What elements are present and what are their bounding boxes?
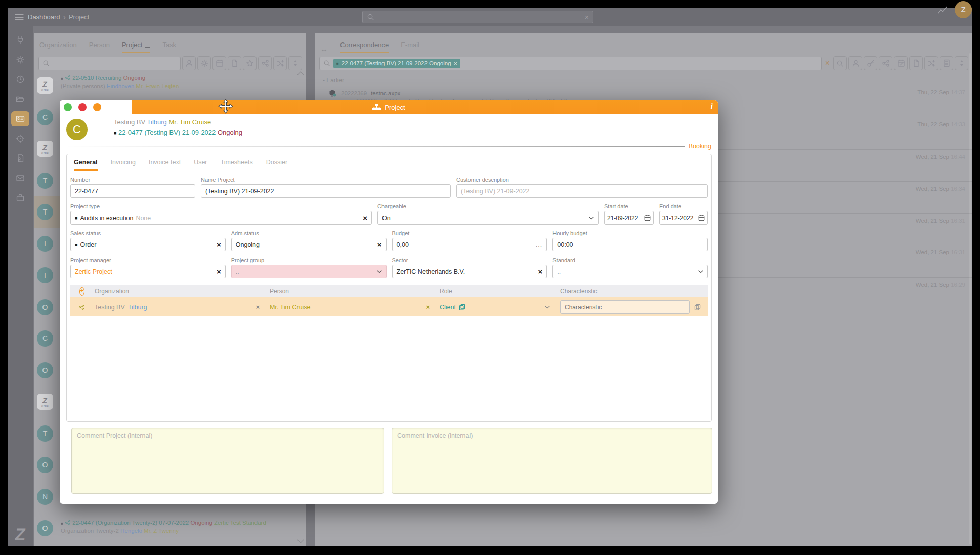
sector-field[interactable]: ZerTIC Netherlands B.V. × [392,265,547,278]
add-row-button[interactable]: + [79,287,84,296]
clear-icon[interactable]: × [363,214,367,222]
project-search-input[interactable] [38,57,181,70]
sales-status-field[interactable]: ■ Order × [70,238,226,251]
share-button[interactable] [258,56,272,70]
key-button[interactable] [864,56,877,70]
scrollbar[interactable] [969,53,971,544]
tab-user[interactable]: User [194,159,207,171]
customer-description-input[interactable] [461,188,703,195]
number-field[interactable] [70,184,195,198]
list-item[interactable]: Zertic ■ 22-0510 Recruiting Ongoing (Pri… [34,70,306,102]
user-avatar[interactable]: Z [955,1,972,18]
person-button[interactable] [848,56,862,70]
scroll-down-icon[interactable] [297,539,304,543]
tab-project[interactable]: Project [122,41,150,53]
shuffle-button[interactable] [273,56,287,70]
breadcrumb-dashboard[interactable]: Dashboard [28,13,60,21]
section-label-earlier[interactable]: - Earlier [323,77,344,84]
tab-email[interactable]: E-mail [401,41,419,53]
clear-search-icon[interactable]: × [585,13,589,21]
name-project-input[interactable] [205,188,446,195]
calendar-icon[interactable] [644,215,651,221]
dialog-titlebar[interactable]: Project i [60,100,718,114]
hourly-budget-field[interactable] [552,238,708,251]
standard-select[interactable]: .. [552,265,708,278]
clear-icon[interactable]: × [217,267,221,276]
sidebar-folder-icon[interactable] [11,92,29,107]
tab-correspondence[interactable]: Correspondence [340,41,389,53]
calendar-button[interactable] [212,56,226,70]
start-date-field[interactable]: 21-09-2022 [604,211,654,225]
search-button[interactable] [833,56,847,70]
person-button[interactable] [182,56,196,70]
sidebar-settings-icon[interactable] [11,52,29,67]
customer-description-field[interactable] [456,184,708,198]
budget-field[interactable]: 0,00 ... [392,238,547,251]
comment-invoice-textarea[interactable] [392,428,712,494]
avatar: C [37,109,53,125]
clear-icon[interactable]: × [255,303,260,311]
booking-link[interactable]: Booking [689,143,711,150]
calendar-icon[interactable] [698,215,705,221]
menu-icon[interactable] [15,14,24,21]
name-project-label: Name Project [201,177,451,183]
sidebar-certificate-icon[interactable] [11,151,29,166]
clear-icon[interactable]: × [538,267,542,276]
sidebar-briefcase-icon[interactable] [11,190,29,205]
project-manager-field[interactable]: Zertic Project × [70,265,226,278]
remove-chip-icon[interactable]: × [454,60,458,67]
chargeable-select[interactable]: On [377,211,599,225]
document-text-button[interactable] [940,56,953,70]
table-row[interactable]: Testing BV Tilburg × Mr. Tim Cruise × Cl… [70,297,708,316]
project-type-field[interactable]: ■ Audits in execution None × [70,211,372,225]
info-icon[interactable]: i [711,102,713,111]
document-button[interactable] [909,56,923,70]
end-date-field[interactable]: 31-12-2022 [659,211,708,225]
clear-filter-icon[interactable]: × [825,59,830,68]
tab-invoice-text[interactable]: Invoice text [149,159,181,171]
more-button[interactable]: ... [536,241,542,248]
hourly-budget-input[interactable] [557,241,703,248]
list-item[interactable]: O ■ 22-0447 (Organization Twenty-2) 07-0… [34,513,306,544]
tab-task[interactable]: Task [162,41,176,53]
tab-timesheets[interactable]: Timesheets [221,159,253,171]
chart-icon[interactable] [938,5,948,14]
tab-general[interactable]: General [74,159,98,171]
chevron-down-icon[interactable] [545,306,550,309]
tab-dossier[interactable]: Dossier [266,159,287,171]
shuffle-button[interactable] [924,56,938,70]
comment-project-textarea[interactable] [71,428,384,494]
breadcrumb-project[interactable]: Project [69,13,89,21]
share-button[interactable] [879,56,892,70]
tab-invoicing[interactable]: Invoicing [111,159,136,171]
star-button[interactable] [243,56,257,70]
filter-chip[interactable]: ■ 22-0477 (Testing BV) 21-09-2022 Ongoin… [333,59,460,68]
settings-button[interactable] [197,56,211,70]
zertic-logo-avatar: Zertic [37,394,53,410]
sidebar-history-icon[interactable] [11,72,29,87]
expand-horizontal-icon[interactable]: ↔ [320,45,328,53]
project-group-select[interactable]: .. [231,265,387,278]
name-project-field[interactable] [201,184,451,198]
characteristic-input[interactable] [560,300,690,314]
number-input[interactable] [75,188,191,195]
clear-icon[interactable]: × [377,240,382,249]
sidebar-contacts-icon[interactable] [11,111,29,126]
copy-icon[interactable] [694,304,701,310]
sort-button[interactable] [955,56,968,70]
sidebar-plug-icon[interactable] [11,32,29,48]
global-search-input[interactable]: × [362,11,593,23]
tab-person[interactable]: Person [89,41,110,53]
clear-icon[interactable]: × [217,240,221,249]
share-icon [78,304,84,311]
correspondence-search-input[interactable]: ■ 22-0477 (Testing BV) 21-09-2022 Ongoin… [319,57,822,70]
adm-status-field[interactable]: Ongoing × [231,238,387,251]
sidebar-target-icon[interactable] [11,131,29,146]
document-button[interactable] [228,56,241,70]
sidebar-mail-icon[interactable] [11,170,29,186]
calendar-edit-button[interactable] [894,56,908,70]
sort-button[interactable] [288,56,302,70]
divider [66,146,685,147]
clear-icon[interactable]: × [425,303,430,311]
tab-organization[interactable]: Organization [39,41,77,53]
